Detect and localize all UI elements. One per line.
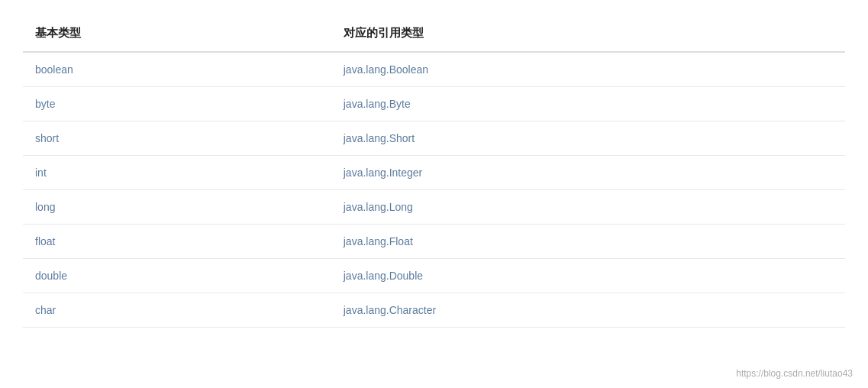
- basic-type-cell: char: [23, 293, 331, 328]
- java-types-table: 基本类型 对应的引用类型 booleanjava.lang.Booleanbyt…: [23, 15, 845, 328]
- reference-type-cell: java.lang.Character: [331, 293, 845, 328]
- table-row: longjava.lang.Long: [23, 190, 845, 225]
- basic-type-cell: boolean: [23, 52, 331, 87]
- basic-type-cell: byte: [23, 87, 331, 121]
- basic-type-cell: int: [23, 156, 331, 190]
- table-row: booleanjava.lang.Boolean: [23, 52, 845, 87]
- table-row: floatjava.lang.Float: [23, 225, 845, 259]
- reference-type-cell: java.lang.Float: [331, 225, 845, 259]
- col-basic-type-header: 基本类型: [23, 15, 331, 52]
- table-row: shortjava.lang.Short: [23, 121, 845, 156]
- basic-type-cell: short: [23, 121, 331, 156]
- basic-type-cell: double: [23, 259, 331, 293]
- watermark: https://blog.csdn.net/liutao43: [736, 368, 853, 379]
- reference-type-cell: java.lang.Boolean: [331, 52, 845, 87]
- table-row: doublejava.lang.Double: [23, 259, 845, 293]
- table-row: charjava.lang.Character: [23, 293, 845, 328]
- basic-type-cell: float: [23, 225, 331, 259]
- table-header-row: 基本类型 对应的引用类型: [23, 15, 845, 52]
- table-row: intjava.lang.Integer: [23, 156, 845, 190]
- reference-type-cell: java.lang.Long: [331, 190, 845, 225]
- table-row: bytejava.lang.Byte: [23, 87, 845, 121]
- reference-type-cell: java.lang.Integer: [331, 156, 845, 190]
- reference-type-cell: java.lang.Byte: [331, 87, 845, 121]
- reference-type-cell: java.lang.Short: [331, 121, 845, 156]
- basic-type-cell: long: [23, 190, 331, 225]
- col-ref-type-header: 对应的引用类型: [331, 15, 845, 52]
- reference-type-cell: java.lang.Double: [331, 259, 845, 293]
